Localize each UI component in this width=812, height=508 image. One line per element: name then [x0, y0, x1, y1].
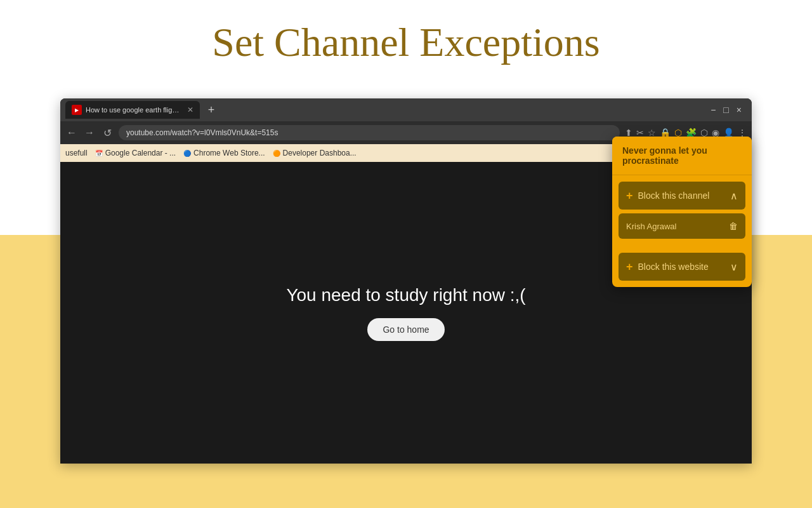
extension-popup: Never gonna let you procrastinate + Bloc…: [612, 137, 752, 287]
back-button[interactable]: ←: [65, 127, 78, 138]
tab-close-button[interactable]: ✕: [187, 105, 193, 114]
plus-channel-icon: +: [626, 189, 633, 203]
bookmark-label: Developer Dashboa...: [283, 149, 357, 157]
new-tab-button[interactable]: +: [202, 101, 220, 119]
go-home-button[interactable]: Go to home: [367, 318, 444, 341]
active-tab[interactable]: How to use google earth flight s... ✕: [65, 101, 200, 119]
delete-channel-icon[interactable]: 🗑: [729, 221, 738, 231]
bookmark-label: Chrome Web Store...: [193, 149, 265, 157]
close-button[interactable]: ×: [737, 105, 742, 115]
bookmark-label: usefull: [65, 149, 88, 157]
blocked-message: You need to study right now :,(: [286, 285, 525, 305]
bookmark-calendar[interactable]: 📅 Google Calendar - ...: [95, 149, 176, 157]
popup-header-text: Never gonna let you procrastinate: [622, 145, 707, 166]
forward-button[interactable]: →: [83, 127, 96, 138]
page-title: Set Channel Exceptions: [0, 19, 812, 66]
tab-bar: How to use google earth flight s... ✕ + …: [60, 98, 752, 121]
maximize-button[interactable]: □: [723, 105, 728, 115]
spacer: [612, 245, 752, 253]
bookmark-developer[interactable]: 🟠 Developer Dashboa...: [273, 149, 357, 157]
tab-title: How to use google earth flight s...: [86, 106, 181, 114]
bookmark-webstore[interactable]: 🔵 Chrome Web Store...: [183, 149, 265, 157]
address-text: youtube.com/watch?v=l0Vmls0VnUk&t=515s: [126, 128, 278, 137]
minimize-button[interactable]: −: [710, 105, 716, 115]
address-input[interactable]: youtube.com/watch?v=l0Vmls0VnUk&t=515s: [119, 125, 620, 140]
bookmark-label: Google Calendar - ...: [105, 149, 176, 157]
block-channel-label: Block this channel: [638, 190, 730, 201]
channel-name: Krish Agrawal: [626, 222, 729, 231]
popup-header: Never gonna let you procrastinate: [612, 137, 752, 175]
block-channel-section: + Block this channel ∧ Krish Agrawal 🗑: [619, 182, 745, 239]
block-website-button[interactable]: + Block this website ∨: [619, 253, 745, 281]
block-channel-button[interactable]: + Block this channel ∧: [619, 182, 745, 210]
reload-button[interactable]: ↺: [101, 127, 114, 139]
plus-website-icon: +: [626, 260, 633, 274]
chevron-up-icon[interactable]: ∧: [730, 190, 738, 202]
bookmark-usefull[interactable]: usefull: [65, 149, 88, 157]
chevron-down-icon[interactable]: ∨: [730, 261, 738, 273]
window-controls: − □ ×: [710, 105, 747, 115]
block-website-label: Block this website: [638, 262, 730, 272]
tab-favicon-icon: [72, 105, 82, 115]
channel-item: Krish Agrawal 🗑: [619, 213, 745, 239]
